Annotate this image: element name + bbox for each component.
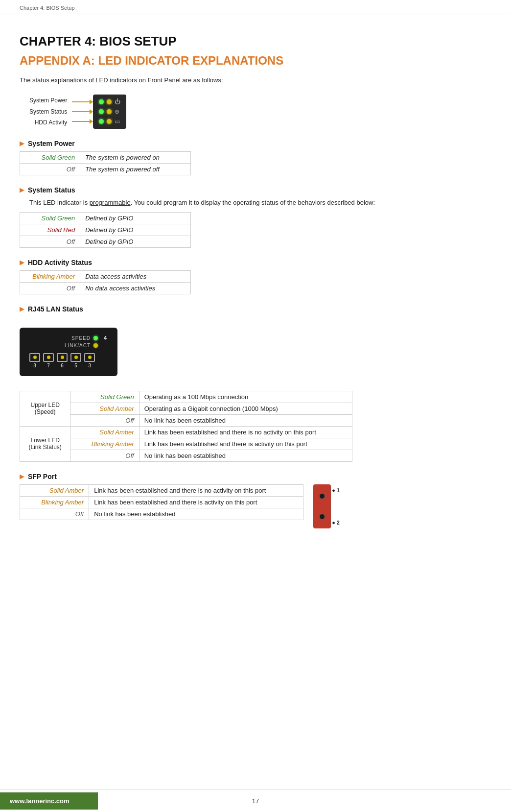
port-5-group: 5 [70, 353, 81, 368]
speed-led [93, 336, 98, 340]
chapter-title: CHAPTER 4: BIOS SETUP [20, 34, 491, 49]
system-power-title: System Power [28, 140, 75, 147]
desc-gpio-3: Defined by GPIO [80, 236, 191, 247]
rj45-header: ▶ RJ45 LAN Status [20, 305, 491, 313]
table-row: Blinking Amber Data access activities [20, 270, 191, 282]
rj45-title: RJ45 LAN Status [28, 305, 83, 313]
status-icon: ⊕ [115, 108, 119, 115]
connector-1 [72, 98, 93, 105]
port-3-led [88, 356, 92, 359]
led-green-dot-3 [99, 119, 104, 124]
desc-powered-off: The system is powered off [80, 164, 191, 175]
connector-3 [72, 118, 93, 125]
led-green-dot-2 [99, 109, 104, 114]
status-off-3: Off [20, 282, 80, 294]
sfp-header: ▶ SFP Port [20, 473, 491, 480]
rj45-table: Upper LED(Speed) Solid Green Operating a… [20, 391, 352, 462]
table-row: Off No data access activities [20, 282, 191, 294]
rj45-diagram: SPEED 4 LINK/ACT 8 [20, 328, 117, 376]
port-7-led [47, 356, 50, 359]
panel-labels: System Power System Status HDD Activity [29, 96, 67, 127]
sfp-device-container: ● 1 ● 2 [313, 484, 331, 528]
linkact-led [93, 343, 98, 348]
port-5-label: 5 [74, 363, 77, 368]
led-row-status: ⊕ [99, 108, 119, 115]
upper-led-label: Upper LED(Speed) [20, 391, 70, 426]
sfp-desc-1: Link has been established and there is n… [89, 484, 303, 496]
panel-device: ⏻ ⊕ ▭ [93, 95, 126, 129]
panel-label-status: System Status [29, 108, 67, 116]
led-yellow-dot-2 [107, 109, 112, 114]
system-status-title: System Status [28, 186, 75, 194]
table-row: Solid Green Defined by GPIO [20, 212, 191, 224]
system-power-header: ▶ System Power [20, 140, 491, 147]
led-green-dot [99, 99, 104, 104]
panel-label-power: System Power [29, 96, 67, 105]
desc-gpio-2: Defined by GPIO [80, 224, 191, 236]
speed-label: SPEED [71, 335, 91, 341]
port-3 [84, 353, 95, 362]
port-8-group: 8 [29, 353, 40, 368]
table-row: Solid Green The system is powered on [20, 152, 191, 164]
rj45-desc-5: Link has been established and there is a… [139, 438, 352, 450]
port-7-group: 7 [43, 353, 54, 368]
status-solid-red: Solid Red [20, 224, 80, 236]
lower-led-label: Lower LED(Link Status) [20, 426, 70, 461]
port-7-label: 7 [47, 363, 50, 368]
desc-data-access: Data access activities [80, 270, 191, 282]
page-header: Chapter 4: BIOS Setup [0, 0, 511, 14]
port-3-label: 3 [88, 363, 91, 368]
port-7 [43, 353, 54, 362]
hdd-activity-header: ▶ HDD Activity Status [20, 259, 491, 266]
sfp-status-3: Off [20, 508, 89, 520]
table-row: Solid Amber Link has been established an… [20, 484, 303, 496]
panel-connectors [72, 98, 93, 125]
arrow-icon-hdd: ▶ [20, 259, 24, 266]
port-3-group: 3 [84, 353, 95, 368]
arrow-icon-power: ▶ [20, 140, 24, 147]
rj45-desc-3: No link has been established [139, 414, 352, 426]
power-icon: ⏻ [115, 98, 120, 105]
rj45-desc-1: Operating as a 100 Mbps connection [139, 391, 352, 403]
status-solid-green: Solid Green [20, 152, 80, 164]
table-row: Blinking Amber Link has been established… [20, 496, 303, 508]
rj45-desc-2: Operating as a Gigabit connection (1000 … [139, 403, 352, 414]
rj45-ports-row: 8 7 6 [29, 353, 108, 368]
rj45-status-3: Off [70, 414, 139, 426]
port-6-label: 6 [61, 363, 64, 368]
system-status-desc: This LED indicator is programmable. You … [29, 198, 491, 208]
port-6 [57, 353, 68, 362]
led-row-power: ⏻ [99, 98, 120, 105]
table-row: Upper LED(Speed) Solid Green Operating a… [20, 391, 352, 403]
desc-powered-on: The system is powered on [80, 152, 191, 164]
port-5-led [74, 356, 78, 359]
port-5 [70, 353, 81, 362]
sfp-status-2: Blinking Amber [20, 496, 89, 508]
programmable-text: programmable [90, 199, 131, 206]
sfp-status-1: Solid Amber [20, 484, 89, 496]
desc-no-data-access: No data access activities [80, 282, 191, 294]
sfp-num-2: ● 2 [332, 520, 340, 525]
rj45-status-1: Solid Green [70, 391, 139, 403]
port-8-label: 8 [33, 363, 36, 368]
rj45-status-6: Off [70, 450, 139, 461]
arrow-icon-status: ▶ [20, 187, 24, 193]
table-row: Off No link has been established [20, 508, 303, 520]
main-content: CHAPTER 4: BIOS SETUP APPENDIX A: LED IN… [0, 14, 511, 568]
hdd-activity-table: Blinking Amber Data access activities Of… [20, 270, 191, 294]
port-6-group: 6 [57, 353, 68, 368]
linkact-label: LINK/ACT [65, 343, 91, 348]
rj45-desc-4: Link has been established and there is n… [139, 426, 352, 438]
page-footer: www.lannerinc.com 17 [0, 789, 511, 812]
rj45-desc-6: No link has been established [139, 450, 352, 461]
sfp-led-2 [319, 514, 325, 520]
table-row: Lower LED(Link Status) Solid Amber Link … [20, 426, 352, 438]
status-solid-green-2: Solid Green [20, 212, 80, 224]
table-row: Solid Red Defined by GPIO [20, 224, 191, 236]
system-status-table: Solid Green Defined by GPIO Solid Red De… [20, 212, 191, 248]
status-off-2: Off [20, 236, 80, 247]
status-blinking-amber: Blinking Amber [20, 270, 80, 282]
arrow-icon-rj45: ▶ [20, 306, 24, 312]
rj45-status-2: Solid Amber [70, 403, 139, 414]
sfp-desc-2: Link has been established and there is a… [89, 496, 303, 508]
